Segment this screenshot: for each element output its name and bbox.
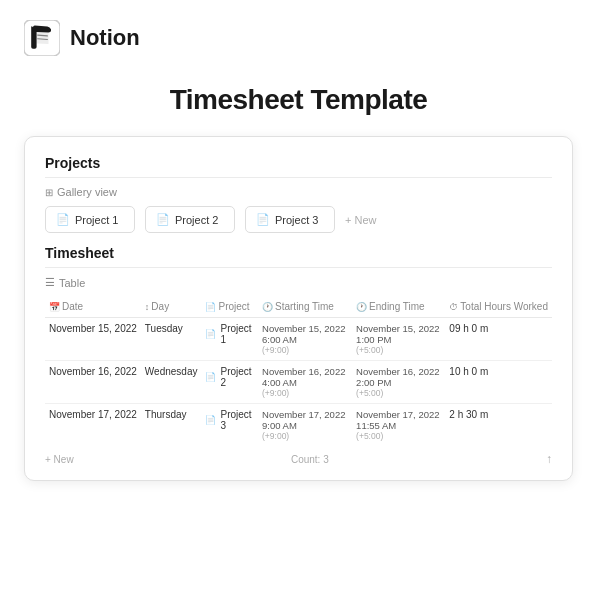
project-1-name: Project 1 xyxy=(75,214,118,226)
table-view-label[interactable]: ☰ Table xyxy=(45,276,552,289)
row2-day: Wednesday xyxy=(141,361,202,404)
row1-project-icon: 📄 xyxy=(205,329,216,339)
row1-project-name: Project 1 xyxy=(220,323,254,345)
add-project-label: + New xyxy=(345,214,377,226)
page-title-section: Timesheet Template xyxy=(0,66,597,136)
col-date: 📅Date xyxy=(45,297,141,318)
row2-project-icon: 📄 xyxy=(205,372,216,382)
project-card-3[interactable]: 📄 Project 3 xyxy=(245,206,335,233)
projects-grid: 📄 Project 1 📄 Project 2 📄 Project 3 + Ne… xyxy=(45,206,552,233)
row2-end: November 16, 2022 2:00 PM (+5:00) xyxy=(352,361,445,404)
row1-day: Tuesday xyxy=(141,318,202,361)
row-count: Count: 3 xyxy=(291,454,329,465)
col-end: 🕐Ending Time xyxy=(352,297,445,318)
row1-project: 📄 Project 1 xyxy=(201,318,258,361)
page-title: Timesheet Template xyxy=(0,84,597,116)
header: Notion xyxy=(0,0,597,66)
row3-start: November 17, 2022 9:00 AM (+9:00) xyxy=(258,404,352,447)
row3-hours: 2 h 30 m xyxy=(445,404,552,447)
row3-project-icon: 📄 xyxy=(205,415,216,425)
col-project: 📄Project xyxy=(201,297,258,318)
notion-logo-icon xyxy=(24,20,60,56)
timesheet-table: 📅Date ↕Day 📄Project 🕐Starting Time 🕐Endi… xyxy=(45,297,552,446)
table-view-text: Table xyxy=(59,277,85,289)
project-2-name: Project 2 xyxy=(175,214,218,226)
col-start: 🕐Starting Time xyxy=(258,297,352,318)
gallery-icon: ⊞ xyxy=(45,187,53,198)
table-footer: + New Count: 3 ↑ xyxy=(45,452,552,466)
col-hours: ⏱Total Hours Worked xyxy=(445,297,552,318)
timesheet-section-title: Timesheet xyxy=(45,245,552,261)
row3-project-name: Project 3 xyxy=(220,409,254,431)
project-3-icon: 📄 xyxy=(256,213,270,226)
row1-date: November 15, 2022 xyxy=(45,318,141,361)
projects-section-title: Projects xyxy=(45,155,552,171)
row1-hours: 09 h 0 m xyxy=(445,318,552,361)
row3-project: 📄 Project 3 xyxy=(201,404,258,447)
table-row: November 15, 2022 Tuesday 📄 Project 1 No… xyxy=(45,318,552,361)
table-header-row: 📅Date ↕Day 📄Project 🕐Starting Time 🕐Endi… xyxy=(45,297,552,318)
table-row: November 17, 2022 Thursday 📄 Project 3 N… xyxy=(45,404,552,447)
scroll-to-top-icon[interactable]: ↑ xyxy=(546,452,552,466)
add-row-button[interactable]: + New xyxy=(45,454,74,465)
project-1-icon: 📄 xyxy=(56,213,70,226)
row1-start: November 15, 2022 6:00 AM (+9:00) xyxy=(258,318,352,361)
row2-project-name: Project 2 xyxy=(220,366,254,388)
project-card-2[interactable]: 📄 Project 2 xyxy=(145,206,235,233)
row2-start: November 16, 2022 4:00 AM (+9:00) xyxy=(258,361,352,404)
row3-day: Thursday xyxy=(141,404,202,447)
row2-date: November 16, 2022 xyxy=(45,361,141,404)
table-icon: ☰ xyxy=(45,276,55,289)
row3-date: November 17, 2022 xyxy=(45,404,141,447)
gallery-view-text: Gallery view xyxy=(57,186,117,198)
project-2-icon: 📄 xyxy=(156,213,170,226)
gallery-view-label[interactable]: ⊞ Gallery view xyxy=(45,186,552,198)
row2-project: 📄 Project 2 xyxy=(201,361,258,404)
row1-end: November 15, 2022 1:00 PM (+5:00) xyxy=(352,318,445,361)
row2-hours: 10 h 0 m xyxy=(445,361,552,404)
projects-section: Projects ⊞ Gallery view 📄 Project 1 📄 Pr… xyxy=(45,155,552,233)
projects-divider xyxy=(45,177,552,178)
project-3-name: Project 3 xyxy=(275,214,318,226)
project-card-1[interactable]: 📄 Project 1 xyxy=(45,206,135,233)
col-day: ↕Day xyxy=(141,297,202,318)
row3-end: November 17, 2022 11:55 AM (+5:00) xyxy=(352,404,445,447)
timesheet-section: Timesheet ☰ Table 📅Date ↕Day 📄Project 🕐S… xyxy=(45,245,552,466)
main-card: Projects ⊞ Gallery view 📄 Project 1 📄 Pr… xyxy=(24,136,573,481)
timesheet-divider xyxy=(45,267,552,268)
add-project-button[interactable]: + New xyxy=(345,206,377,233)
brand-name: Notion xyxy=(70,25,140,51)
table-row: November 16, 2022 Wednesday 📄 Project 2 … xyxy=(45,361,552,404)
